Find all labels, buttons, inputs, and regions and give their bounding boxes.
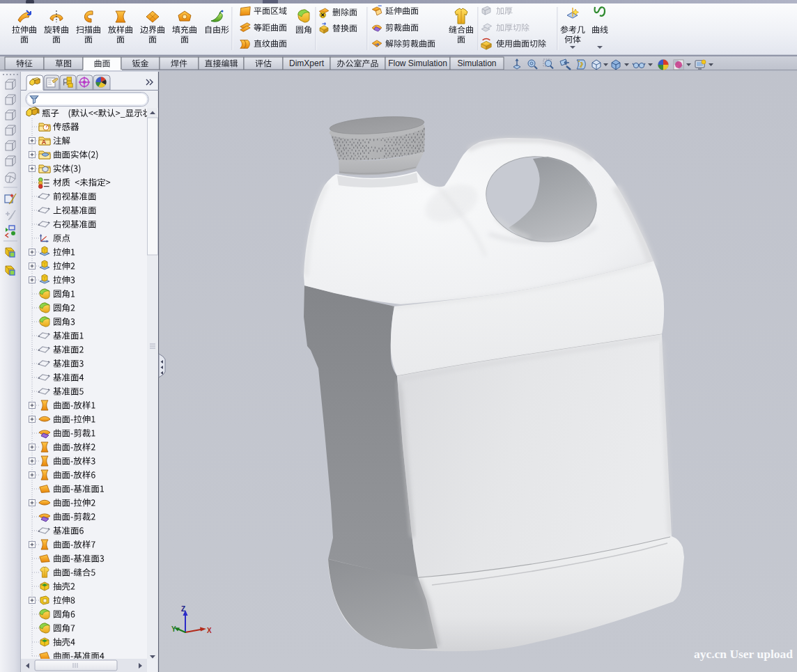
svg-text:Z: Z — [181, 605, 185, 613]
svg-text:Y: Y — [171, 625, 176, 633]
svg-text:Simulation: Simulation — [457, 58, 496, 68]
svg-text:ayc.cn User upload: ayc.cn User upload — [694, 647, 793, 661]
svg-text:DimXpert: DimXpert — [289, 58, 325, 68]
svg-text:X: X — [207, 627, 212, 634]
svg-text:A: A — [42, 139, 47, 146]
svg-text:Flow Simulation: Flow Simulation — [388, 58, 447, 68]
